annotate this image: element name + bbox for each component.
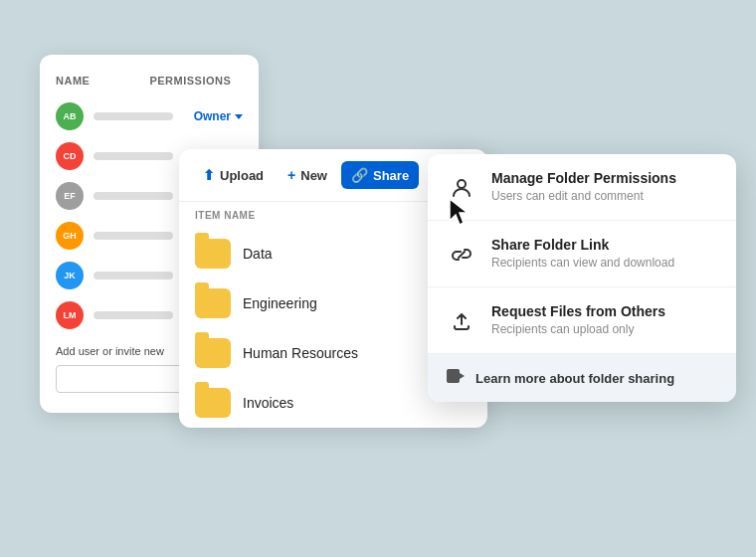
new-label: New [300, 168, 327, 183]
manage-permissions-text: Manage Folder Permissions Users can edit… [491, 170, 676, 203]
avatar-lm: LM [56, 301, 84, 329]
upload-request-icon [446, 305, 477, 337]
avatar-ef: EF [56, 182, 84, 210]
share-button[interactable]: 🔗 Share [341, 161, 419, 189]
request-files-item[interactable]: Request Files from Others Recipients can… [428, 287, 736, 354]
link-icon: 🔗 [351, 167, 368, 183]
file-name: Engineering [243, 295, 317, 311]
plus-icon: + [287, 167, 295, 183]
owner-badge[interactable]: Owner [194, 109, 243, 123]
manage-permissions-subtitle: Users can edit and comment [491, 189, 676, 203]
upload-label: Upload [220, 168, 264, 183]
upload-icon: ⬆ [203, 167, 215, 183]
share-folder-link-text: Share Folder Link Recipients can view an… [491, 237, 674, 270]
file-name: Invoices [243, 395, 293, 411]
chevron-down-icon [235, 114, 243, 119]
permissions-column-header: PERMISSIONS [149, 75, 231, 87]
upload-button[interactable]: ⬆ Upload [193, 161, 274, 189]
share-folder-link-subtitle: Recipients can view and download [491, 256, 674, 270]
manage-permissions-title: Manage Folder Permissions [491, 170, 676, 186]
user-name-bar [94, 272, 173, 279]
user-name-bar [94, 152, 173, 160]
share-label: Share [373, 168, 409, 183]
avatar-cd: CD [56, 142, 84, 170]
new-button[interactable]: + New [278, 161, 337, 189]
avatar-jk: JK [56, 262, 84, 289]
svg-rect-1 [447, 369, 460, 383]
share-folder-link-item[interactable]: Share Folder Link Recipients can view an… [428, 221, 736, 287]
file-name: Human Resources [243, 345, 358, 361]
folder-icon [195, 388, 231, 418]
file-name: Data [243, 246, 273, 262]
user-name-bar [94, 112, 173, 120]
user-name-bar [94, 311, 173, 319]
learn-more-item[interactable]: Learn more about folder sharing [428, 354, 736, 402]
owner-label: Owner [194, 109, 231, 123]
svg-point-0 [458, 180, 466, 188]
request-files-text: Request Files from Others Recipients can… [491, 303, 665, 336]
avatar-gh: GH [56, 222, 84, 250]
user-name-bar [94, 232, 173, 240]
video-icon [446, 368, 466, 388]
user-row-ab: AB Owner [56, 102, 243, 130]
panel-header: NAME PERMISSIONS [56, 75, 243, 87]
share-folder-link-title: Share Folder Link [491, 237, 674, 253]
share-dropdown-menu: Manage Folder Permissions Users can edit… [428, 154, 736, 402]
link-share-icon [446, 239, 477, 271]
folder-icon [195, 288, 231, 318]
request-files-subtitle: Recipients can upload only [491, 322, 665, 336]
folder-icon [195, 239, 231, 269]
name-column-header: NAME [56, 75, 90, 87]
learn-more-label: Learn more about folder sharing [475, 371, 674, 386]
avatar-ab: AB [56, 102, 84, 130]
request-files-title: Request Files from Others [491, 303, 665, 319]
folder-icon [195, 338, 231, 368]
user-name-bar [94, 192, 173, 200]
